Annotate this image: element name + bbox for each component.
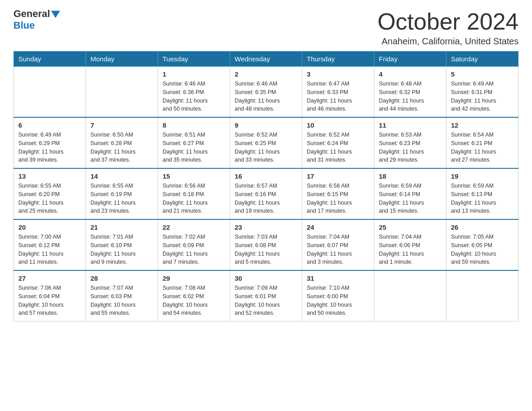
day-info: Sunrise: 7:10 AMSunset: 6:00 PMDaylight:… (307, 284, 369, 317)
day-number: 17 (307, 172, 369, 180)
day-number: 2 (235, 70, 297, 78)
calendar-header-row: SundayMondayTuesdayWednesdayThursdayFrid… (14, 51, 519, 67)
day-info: Sunrise: 6:49 AMSunset: 6:31 PMDaylight:… (451, 80, 514, 113)
calendar-cell: 23Sunrise: 7:03 AMSunset: 6:08 PMDayligh… (230, 219, 302, 270)
calendar-cell: 17Sunrise: 6:58 AMSunset: 6:15 PMDayligh… (302, 168, 374, 219)
calendar-cell: 16Sunrise: 6:57 AMSunset: 6:16 PMDayligh… (230, 168, 302, 219)
day-info: Sunrise: 7:02 AMSunset: 6:09 PMDaylight:… (163, 233, 225, 266)
day-info: Sunrise: 7:09 AMSunset: 6:01 PMDaylight:… (235, 284, 297, 317)
day-number: 20 (18, 223, 81, 231)
calendar-cell: 29Sunrise: 7:08 AMSunset: 6:02 PMDayligh… (158, 270, 230, 321)
calendar-week-row: 13Sunrise: 6:55 AMSunset: 6:20 PMDayligh… (14, 168, 519, 219)
day-info: Sunrise: 6:47 AMSunset: 6:33 PMDaylight:… (307, 80, 369, 113)
calendar-cell: 13Sunrise: 6:55 AMSunset: 6:20 PMDayligh… (14, 168, 86, 219)
calendar-cell (374, 270, 446, 321)
page-header: General Blue October 2024 Anaheim, Calif… (13, 9, 519, 47)
column-header-wednesday: Wednesday (230, 51, 302, 67)
day-info: Sunrise: 7:01 AMSunset: 6:10 PMDaylight:… (90, 233, 153, 266)
day-info: Sunrise: 6:55 AMSunset: 6:19 PMDaylight:… (90, 182, 153, 215)
day-info: Sunrise: 6:52 AMSunset: 6:24 PMDaylight:… (307, 131, 369, 164)
calendar-cell: 26Sunrise: 7:05 AMSunset: 6:05 PMDayligh… (446, 219, 519, 270)
calendar-title: October 2024 (378, 9, 519, 34)
day-number: 6 (18, 121, 81, 129)
day-number: 8 (163, 121, 225, 129)
calendar-cell: 24Sunrise: 7:04 AMSunset: 6:07 PMDayligh… (302, 219, 374, 270)
calendar-cell: 3Sunrise: 6:47 AMSunset: 6:33 PMDaylight… (302, 67, 374, 118)
day-number: 26 (451, 223, 514, 231)
day-number: 13 (18, 172, 81, 180)
calendar-cell: 20Sunrise: 7:00 AMSunset: 6:12 PMDayligh… (14, 219, 86, 270)
day-info: Sunrise: 6:49 AMSunset: 6:29 PMDaylight:… (18, 131, 81, 164)
calendar-cell: 2Sunrise: 6:46 AMSunset: 6:35 PMDaylight… (230, 67, 302, 118)
day-info: Sunrise: 6:54 AMSunset: 6:21 PMDaylight:… (451, 131, 514, 164)
day-info: Sunrise: 6:58 AMSunset: 6:15 PMDaylight:… (307, 182, 369, 215)
day-info: Sunrise: 6:55 AMSunset: 6:20 PMDaylight:… (18, 182, 81, 215)
day-info: Sunrise: 7:08 AMSunset: 6:02 PMDaylight:… (163, 284, 225, 317)
calendar-cell: 11Sunrise: 6:53 AMSunset: 6:23 PMDayligh… (374, 117, 446, 168)
day-number: 28 (90, 274, 153, 282)
calendar-cell: 27Sunrise: 7:06 AMSunset: 6:04 PMDayligh… (14, 270, 86, 321)
day-number: 18 (379, 172, 442, 180)
calendar-cell: 21Sunrise: 7:01 AMSunset: 6:10 PMDayligh… (86, 219, 158, 270)
calendar-cell (446, 270, 519, 321)
calendar-cell: 5Sunrise: 6:49 AMSunset: 6:31 PMDaylight… (446, 67, 519, 118)
logo-general-text: General (13, 9, 50, 19)
day-info: Sunrise: 7:03 AMSunset: 6:08 PMDaylight:… (235, 233, 297, 266)
day-info: Sunrise: 7:06 AMSunset: 6:04 PMDaylight:… (18, 284, 81, 317)
calendar-cell: 15Sunrise: 6:56 AMSunset: 6:18 PMDayligh… (158, 168, 230, 219)
day-number: 4 (379, 70, 442, 78)
calendar-cell: 18Sunrise: 6:59 AMSunset: 6:14 PMDayligh… (374, 168, 446, 219)
day-info: Sunrise: 6:59 AMSunset: 6:14 PMDaylight:… (379, 182, 442, 215)
day-number: 22 (163, 223, 225, 231)
calendar-cell: 6Sunrise: 6:49 AMSunset: 6:29 PMDaylight… (14, 117, 86, 168)
calendar-subtitle: Anaheim, California, United States (378, 36, 519, 47)
calendar-cell: 1Sunrise: 6:46 AMSunset: 6:36 PMDaylight… (158, 67, 230, 118)
column-header-thursday: Thursday (302, 51, 374, 67)
calendar-week-row: 20Sunrise: 7:00 AMSunset: 6:12 PMDayligh… (14, 219, 519, 270)
day-number: 29 (163, 274, 225, 282)
day-number: 9 (235, 121, 297, 129)
day-number: 15 (163, 172, 225, 180)
day-number: 30 (235, 274, 297, 282)
day-number: 10 (307, 121, 369, 129)
calendar-cell: 31Sunrise: 7:10 AMSunset: 6:00 PMDayligh… (302, 270, 374, 321)
day-number: 19 (451, 172, 514, 180)
day-info: Sunrise: 7:04 AMSunset: 6:07 PMDaylight:… (307, 233, 369, 266)
column-header-saturday: Saturday (446, 51, 519, 67)
day-info: Sunrise: 6:46 AMSunset: 6:35 PMDaylight:… (235, 80, 297, 113)
calendar-cell: 14Sunrise: 6:55 AMSunset: 6:19 PMDayligh… (86, 168, 158, 219)
day-number: 27 (18, 274, 81, 282)
day-info: Sunrise: 7:05 AMSunset: 6:05 PMDaylight:… (451, 233, 514, 266)
day-number: 1 (163, 70, 225, 78)
column-header-tuesday: Tuesday (158, 51, 230, 67)
day-info: Sunrise: 7:00 AMSunset: 6:12 PMDaylight:… (18, 233, 81, 266)
column-header-friday: Friday (374, 51, 446, 67)
day-info: Sunrise: 6:50 AMSunset: 6:28 PMDaylight:… (90, 131, 153, 164)
day-number: 14 (90, 172, 153, 180)
day-info: Sunrise: 6:48 AMSunset: 6:32 PMDaylight:… (379, 80, 442, 113)
day-info: Sunrise: 7:07 AMSunset: 6:03 PMDaylight:… (90, 284, 153, 317)
day-number: 5 (451, 70, 514, 78)
day-number: 12 (451, 121, 514, 129)
day-number: 7 (90, 121, 153, 129)
logo-area: General Blue (13, 9, 61, 31)
calendar-week-row: 1Sunrise: 6:46 AMSunset: 6:36 PMDaylight… (14, 67, 519, 118)
day-number: 3 (307, 70, 369, 78)
day-number: 11 (379, 121, 442, 129)
calendar-week-row: 27Sunrise: 7:06 AMSunset: 6:04 PMDayligh… (14, 270, 519, 321)
calendar-cell: 7Sunrise: 6:50 AMSunset: 6:28 PMDaylight… (86, 117, 158, 168)
calendar-cell (14, 67, 86, 118)
column-header-monday: Monday (86, 51, 158, 67)
calendar-cell: 28Sunrise: 7:07 AMSunset: 6:03 PMDayligh… (86, 270, 158, 321)
calendar-cell (86, 67, 158, 118)
day-info: Sunrise: 6:59 AMSunset: 6:13 PMDaylight:… (451, 182, 514, 215)
calendar-table: SundayMondayTuesdayWednesdayThursdayFrid… (13, 51, 519, 321)
calendar-cell: 19Sunrise: 6:59 AMSunset: 6:13 PMDayligh… (446, 168, 519, 219)
logo-blue-text: Blue (13, 20, 35, 31)
day-number: 31 (307, 274, 369, 282)
day-number: 16 (235, 172, 297, 180)
calendar-cell: 9Sunrise: 6:52 AMSunset: 6:25 PMDaylight… (230, 117, 302, 168)
calendar-cell: 22Sunrise: 7:02 AMSunset: 6:09 PMDayligh… (158, 219, 230, 270)
logo-triangle-icon (51, 11, 60, 18)
calendar-cell: 30Sunrise: 7:09 AMSunset: 6:01 PMDayligh… (230, 270, 302, 321)
